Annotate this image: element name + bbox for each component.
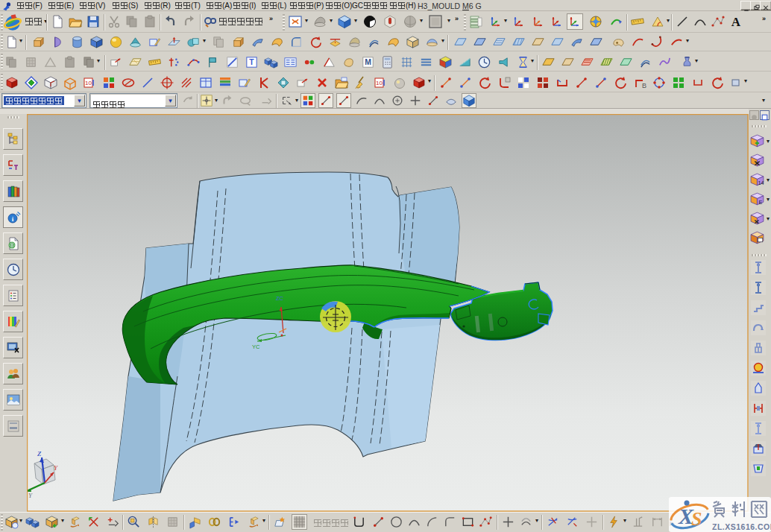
- svg-text:M: M: [365, 58, 371, 66]
- svg-text:B: B: [642, 82, 646, 89]
- svg-text:14: 14: [758, 180, 764, 186]
- svg-text:YC: YC: [252, 343, 260, 350]
- svg-text:E: E: [759, 199, 763, 206]
- svg-text:A: A: [731, 15, 741, 29]
- svg-text:ZL.XS1616.COM: ZL.XS1616.COM: [712, 522, 771, 531]
- svg-text:10: 10: [376, 80, 383, 86]
- svg-text:10: 10: [85, 80, 92, 86]
- svg-text:ZC: ZC: [276, 295, 284, 302]
- svg-text:T: T: [249, 58, 254, 66]
- svg-text:S: S: [691, 508, 702, 530]
